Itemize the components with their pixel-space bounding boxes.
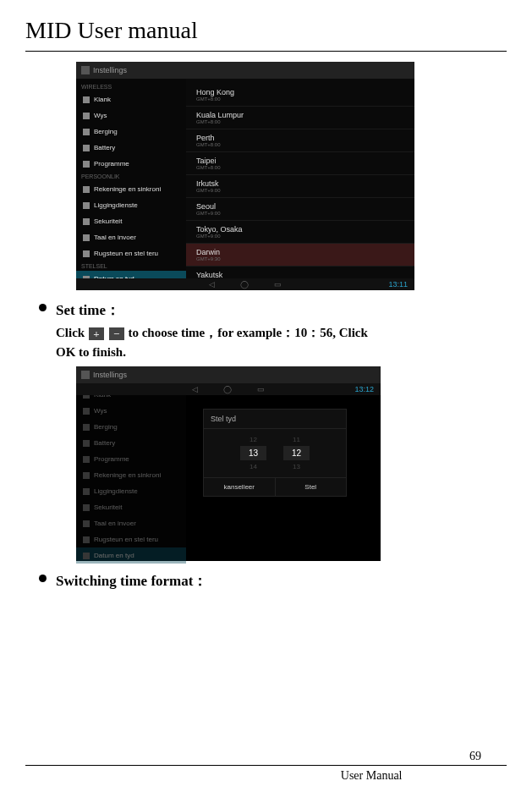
sidebar-item[interactable]: Wys xyxy=(76,107,186,124)
sidebar-section: WIRELESS xyxy=(76,82,186,91)
app-title: Instellings xyxy=(93,371,127,379)
time-picker-dialog: Stel tyd 12 13 14 11 12 13 kanselleer St… xyxy=(203,409,347,497)
timezone-row[interactable]: Kuala LumpurGMT+8:00 xyxy=(186,107,414,129)
sidebar-item[interactable]: Programme xyxy=(76,156,186,172)
recent-icon[interactable]: ▭ xyxy=(257,385,265,393)
timezone-row[interactable]: Tokyo, OsakaGMT+9:00 xyxy=(186,221,414,244)
app-header: Instellings xyxy=(76,366,381,383)
bullet-switching-format: Switching time format： xyxy=(56,571,507,591)
settings-icon xyxy=(81,371,90,379)
ok-button[interactable]: Stel xyxy=(276,478,347,496)
bullet-body: Click + − to choose time，for example：10：… xyxy=(56,323,507,361)
sync-icon xyxy=(83,186,90,193)
sidebar-item-datetime: Datum en tyd xyxy=(76,547,186,564)
timezone-row[interactable]: DarwinGMT+9:30 xyxy=(186,244,414,267)
home-icon[interactable]: ◯ xyxy=(223,385,232,393)
timezone-row[interactable]: PerthGMT+8:00 xyxy=(186,129,414,152)
sidebar-item: Rugsteun en stel teru xyxy=(76,531,186,547)
battery-icon xyxy=(83,145,90,151)
doc-title: MID User manual xyxy=(25,17,507,44)
sidebar-section: STELSEL xyxy=(76,261,186,271)
sidebar-item[interactable]: Klank xyxy=(76,91,186,107)
page-number: 69 xyxy=(469,750,481,763)
sidebar-item: Taal en invoer xyxy=(76,515,186,531)
bullet-marker xyxy=(39,575,47,582)
screenshot-time-picker: Instellings KlankWysBergingBatteryProgra… xyxy=(76,366,381,561)
plus-icon: + xyxy=(89,327,104,340)
apps-icon xyxy=(83,161,90,168)
minute-value: 12 xyxy=(283,446,310,460)
language-icon xyxy=(83,234,90,241)
sidebar-item: Liggingdienste xyxy=(76,483,186,499)
recent-icon[interactable]: ▭ xyxy=(274,280,282,289)
hour-picker[interactable]: 12 13 14 xyxy=(240,436,266,470)
hour-value: 13 xyxy=(240,446,266,460)
sidebar-item[interactable]: Rekeninge en sinkroni xyxy=(76,181,186,197)
settings-sidebar: WIRELESS Klank Wys Berging Battery Progr… xyxy=(76,79,186,278)
cancel-button[interactable]: kanselleer xyxy=(204,478,276,496)
sidebar-item[interactable]: Berging xyxy=(76,124,186,140)
timezone-row[interactable]: Hong KongGMT+8:00 xyxy=(186,84,414,107)
timezone-row[interactable]: IrkutskGMT+9:00 xyxy=(186,175,414,198)
divider xyxy=(25,51,507,52)
back-icon[interactable]: ◁ xyxy=(192,385,198,393)
settings-sidebar-dim: KlankWysBergingBatteryProgrammeRekeninge… xyxy=(76,383,186,549)
sidebar-item: Battery xyxy=(76,435,186,451)
timezone-row[interactable]: SeoulGMT+9:00 xyxy=(186,198,414,221)
screenshot-timezone: Instellings WIRELESS Klank Wys Berging B… xyxy=(76,62,414,290)
statusbar-clock: 13:12 xyxy=(354,385,374,393)
bullet-heading: Switching time format： xyxy=(56,571,507,591)
timezone-row[interactable]: TaipeiGMT+8:00 xyxy=(186,152,414,175)
sidebar-item[interactable]: Sekuriteit xyxy=(76,213,186,229)
display-icon xyxy=(83,113,90,119)
storage-icon xyxy=(83,129,90,135)
android-navbar: ◁ ◯ ▭ 13:11 xyxy=(76,278,414,290)
timezone-row[interactable]: YakutskGMT+10:00 xyxy=(186,267,414,278)
app-title: Instellings xyxy=(93,66,127,74)
bullet-marker xyxy=(39,304,47,311)
sidebar-item[interactable]: Taal en invoer xyxy=(76,229,186,245)
android-navbar: ◁ ◯ ▭ 13:12 xyxy=(76,383,381,395)
bullet-set-time: Set time： Click + − to choose time，for e… xyxy=(56,300,507,361)
home-icon[interactable]: ◯ xyxy=(240,280,249,289)
back-icon[interactable]: ◁ xyxy=(209,280,215,289)
sidebar-item: Berging xyxy=(76,419,186,435)
sidebar-item: Programme xyxy=(76,451,186,467)
lock-icon xyxy=(83,218,90,225)
sound-icon xyxy=(83,96,90,103)
sidebar-item[interactable]: Liggingdienste xyxy=(76,197,186,213)
sidebar-item[interactable]: Rugsteun en stel teru xyxy=(76,245,186,261)
sidebar-item: Wys xyxy=(76,403,186,419)
settings-icon xyxy=(81,66,90,74)
footer-label: User Manual xyxy=(341,769,403,783)
sidebar-section: PERSOONLIK xyxy=(76,172,186,181)
bullet-heading: Set time： xyxy=(56,300,507,320)
minus-icon: − xyxy=(109,327,124,340)
timezone-list[interactable]: Hong KongGMT+8:00Kuala LumpurGMT+8:00Per… xyxy=(186,79,414,278)
page-footer: 69 User Manual xyxy=(25,765,507,783)
minute-picker[interactable]: 11 12 13 xyxy=(283,436,310,470)
app-header: Instellings xyxy=(76,62,414,79)
footer-divider xyxy=(25,765,507,766)
sidebar-item: Rekeninge en sinkroni xyxy=(76,467,186,483)
statusbar-clock: 13:11 xyxy=(388,280,408,289)
location-icon xyxy=(83,202,90,209)
sidebar-item[interactable]: Battery xyxy=(76,140,186,156)
dialog-title: Stel tyd xyxy=(204,410,346,429)
backup-icon xyxy=(83,250,90,257)
sidebar-item: Sekuriteit xyxy=(76,499,186,515)
